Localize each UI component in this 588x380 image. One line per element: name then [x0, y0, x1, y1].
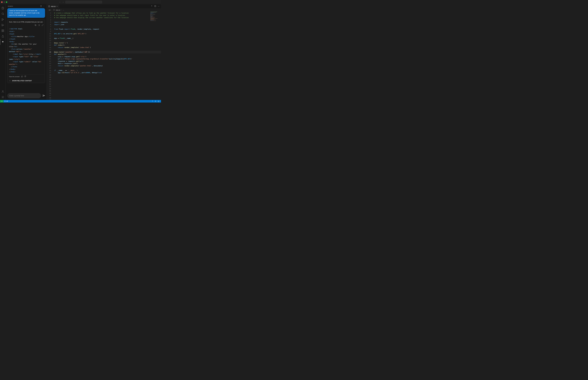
send-button-icon[interactable]: [42, 94, 45, 97]
show-related-label: SHOW RELATED CONTENT: [12, 80, 32, 82]
expand-code-icon[interactable]: [42, 24, 43, 26]
thumbs-up-icon[interactable]: [21, 76, 23, 78]
remote-indicator[interactable]: [0, 100, 3, 102]
window-minimize-button[interactable]: [3, 1, 5, 3]
chevron-down-icon: [9, 80, 11, 82]
breadcrumb-file: app.py: [56, 9, 60, 11]
rate-label: Rate this answer:: [9, 76, 20, 77]
command-center-search[interactable]: [65, 1, 102, 3]
sparkle-icon[interactable]: [151, 5, 153, 7]
breadcrumb-sep-icon: ›: [52, 9, 52, 11]
window-controls: [1, 1, 7, 3]
svg-rect-6: [3, 30, 4, 30]
extensions-icon[interactable]: [0, 28, 6, 34]
minimap[interactable]: [151, 11, 160, 24]
assistant-intro-text: Sure. Here is an HTML template that you …: [7, 19, 45, 24]
problems-count: 20: [6, 100, 8, 102]
editor-more-icon[interactable]: ⋯: [158, 5, 159, 7]
gemini-title: GEMINI: [8, 5, 39, 7]
svg-point-9: [2, 91, 3, 92]
nav-back-icon[interactable]: ←: [59, 1, 61, 3]
breadcrumb-folder: src: [49, 9, 51, 11]
tab-label: app.py: [51, 5, 56, 7]
source-control-icon[interactable]: [0, 22, 6, 28]
more-actions-icon[interactable]: ⋯: [43, 5, 45, 7]
clear-chat-icon[interactable]: [40, 5, 42, 7]
editor-tab-app-py[interactable]: app.py ×: [47, 4, 59, 8]
status-bar: 20: [0, 100, 161, 102]
file-icon: [48, 5, 50, 7]
run-debug-icon[interactable]: [0, 17, 6, 22]
svg-rect-11: [35, 25, 36, 26]
gemini-panel: GEMINI ⋯ I need an html template that wi…: [6, 4, 47, 100]
breadcrumb-sep-icon: ›: [61, 9, 62, 11]
editor-area: app.py × ⋯ src › app.py › … 123456789101…: [47, 4, 161, 100]
prompt-input[interactable]: [7, 93, 41, 98]
svg-rect-12: [35, 25, 36, 25]
code-content[interactable]: # create a webpage that allows you to lo…: [53, 11, 161, 100]
svg-point-10: [2, 97, 3, 97]
gemini-icon[interactable]: [0, 39, 5, 45]
svg-rect-7: [2, 31, 2, 32]
titlebar: ← →: [0, 0, 161, 4]
svg-rect-5: [2, 30, 2, 30]
notifications-icon[interactable]: [157, 100, 160, 102]
split-editor-icon[interactable]: [154, 5, 156, 7]
close-tab-icon[interactable]: ×: [57, 5, 57, 7]
tab-bar: app.py × ⋯: [47, 4, 161, 8]
nav-forward-icon[interactable]: →: [62, 1, 64, 3]
insert-code-icon[interactable]: [38, 24, 40, 26]
file-icon: [53, 9, 55, 11]
activity-bar: [0, 4, 6, 100]
thumbs-down-icon[interactable]: [24, 76, 26, 78]
search-icon[interactable]: [0, 11, 6, 17]
svg-rect-8: [3, 31, 4, 32]
code-editor[interactable]: 1234567891011121314151617181920212223242…: [47, 11, 161, 100]
accounts-icon[interactable]: [0, 89, 6, 94]
svg-point-15: [155, 101, 156, 101]
problems-indicator[interactable]: 20: [3, 100, 9, 102]
user-message: I need an html template that will work w…: [7, 8, 45, 18]
breadcrumb-rest: …: [63, 9, 64, 11]
show-related-toggle[interactable]: SHOW RELATED CONTENT: [7, 79, 45, 83]
explorer-icon[interactable]: [0, 5, 6, 11]
line-gutter: 1234567891011121314151617181920212223242…: [47, 11, 53, 100]
window-maximize-button[interactable]: [6, 1, 7, 3]
settings-gear-icon[interactable]: [0, 94, 6, 100]
window-close-button[interactable]: [1, 1, 2, 3]
status-sparkle-icon[interactable]: [151, 100, 154, 102]
breadcrumb[interactable]: src › app.py › …: [47, 8, 161, 11]
status-copilot-icon[interactable]: [154, 100, 157, 102]
assistant-response: Sure. Here is an HTML template that you …: [7, 19, 45, 83]
testing-icon[interactable]: [0, 34, 6, 39]
copy-code-icon[interactable]: [35, 24, 37, 26]
assistant-code-block: <!DOCTYPE html><html><head> <title>Weath…: [7, 27, 45, 75]
